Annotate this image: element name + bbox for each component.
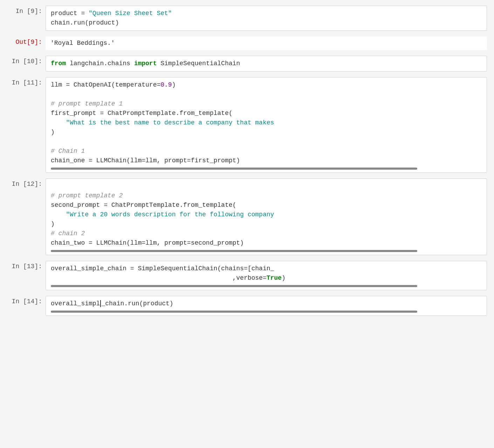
code-line: llm = ChatOpenAI(temperature=0.9) [51,80,482,90]
code-token: langchain.chains [66,60,134,67]
cell-out9: Out[9]:'Royal Beddings.' [0,34,494,52]
cell-label-in9: In [9]: [0,6,46,31]
code-line: overall_simpl_chain.run(product) [51,299,482,308]
code-token: ) [51,129,55,136]
code-line [51,90,482,99]
scrollbar-in14[interactable] [51,311,417,313]
cell-in14: In [14]:overall_simpl_chain.run(product) [0,294,494,318]
code-token: 0.9 [160,81,172,88]
code-token: _chain.run(product) [101,300,173,307]
code-token: chain_two = LLMChain(llm=llm, prompt=sec… [51,239,244,246]
code-token: ) [282,274,286,281]
cell-content-in12[interactable]: # prompt template 2second_prompt = ChatP… [46,178,487,255]
code-token [51,119,66,126]
code-token: chain_one = LLMChain(llm=llm, prompt=fir… [51,157,240,164]
code-line: chain_one = LLMChain(llm=llm, prompt=fir… [51,156,482,165]
code-line: product = "Queen Size Sheet Set" [51,9,482,18]
cell-label-in10: In [10]: [0,56,46,72]
code-line [51,182,482,191]
cell-label-in11: In [11]: [0,77,46,173]
code-token: ) [172,81,176,88]
code-token: overall_simpl [51,300,100,307]
code-line: 'Royal Beddings.' [50,39,482,48]
cell-in12: In [12]: # prompt template 2second_promp… [0,176,494,257]
code-line: "Write a 20 words description for the fo… [51,210,482,219]
code-block-in9: product = "Queen Size Sheet Set"chain.ru… [51,9,482,28]
code-token: # prompt template 2 [51,192,123,199]
code-line [51,137,482,147]
cell-label-in13: In [13]: [0,261,46,290]
code-token: second_prompt = ChatPromptTemplate.from_… [51,202,236,209]
cell-content-in9[interactable]: product = "Queen Size Sheet Set"chain.ru… [46,6,487,31]
code-block-in11: llm = ChatOpenAI(temperature=0.9) # prom… [51,80,482,165]
code-line: ) [51,219,482,229]
code-token: # prompt template 1 [51,100,123,107]
code-token: overall_simple_chain = SimpleSequentialC… [51,265,274,272]
cell-label-in14: In [14]: [0,296,46,316]
cell-content-in10[interactable]: from langchain.chains import SimpleSeque… [46,56,487,72]
scrollbar-in13[interactable] [51,285,417,287]
code-token [51,211,66,218]
cell-in11: In [11]:llm = ChatOpenAI(temperature=0.9… [0,75,494,175]
cell-content-in14[interactable]: overall_simpl_chain.run(product) [46,296,487,316]
code-token: "What is the best name to describe a com… [66,119,274,126]
code-token: # Chain 1 [51,148,85,155]
code-line: # Chain 1 [51,147,482,156]
code-token: # chain 2 [51,230,85,237]
code-line: ) [51,128,482,137]
code-block-in10: from langchain.chains import SimpleSeque… [51,59,482,68]
code-line: chain_two = LLMChain(llm=llm, prompt=sec… [51,238,482,248]
code-block-in14: overall_simpl_chain.run(product) [51,299,482,308]
notebook: In [9]:product = "Queen Size Sheet Set"c… [0,0,494,448]
cell-label-in12: In [12]: [0,178,46,255]
cell-content-in13[interactable]: overall_simple_chain = SimpleSequentialC… [46,261,487,290]
code-line: overall_simple_chain = SimpleSequentialC… [51,264,482,273]
cell-in13: In [13]:overall_simple_chain = SimpleSeq… [0,259,494,292]
code-token: "Queen Size Sheet Set" [89,10,172,17]
code-block-in12: # prompt template 2second_prompt = ChatP… [51,182,482,248]
code-token: ) [51,220,55,228]
code-token: from [51,60,66,67]
code-block-in13: overall_simple_chain = SimpleSequentialC… [51,264,482,283]
code-token: import [134,60,157,67]
code-block-out9: 'Royal Beddings.' [50,39,482,48]
code-line: from langchain.chains import SimpleSeque… [51,59,482,68]
cell-in10: In [10]:from langchain.chains import Sim… [0,54,494,74]
code-token: ,verbose= [51,274,267,281]
code-line: # prompt template 1 [51,99,482,109]
code-token: chain.run(product) [51,19,119,26]
scrollbar-in11[interactable] [51,168,417,170]
code-line: chain.run(product) [51,18,482,28]
code-token: 'Royal Beddings.' [50,40,115,47]
cell-label-out9: Out[9]: [0,36,46,50]
code-line: first_prompt = ChatPromptTemplate.from_t… [51,109,482,118]
code-line: # prompt template 2 [51,191,482,201]
code-token: llm = ChatOpenAI(temperature= [51,81,160,88]
code-line: second_prompt = ChatPromptTemplate.from_… [51,201,482,210]
cell-in9: In [9]:product = "Queen Size Sheet Set"c… [0,4,494,33]
code-token: SimpleSequentialChain [157,60,240,67]
cell-content-out9: 'Royal Beddings.' [46,36,487,50]
code-line: ,verbose=True) [51,273,482,283]
code-token: "Write a 20 words description for the fo… [66,211,274,218]
scrollbar-in12[interactable] [51,250,417,252]
cell-content-in11[interactable]: llm = ChatOpenAI(temperature=0.9) # prom… [46,77,487,173]
code-token: product = [51,10,89,17]
code-token: True [267,274,282,281]
code-line: "What is the best name to describe a com… [51,118,482,128]
code-token: first_prompt = ChatPromptTemplate.from_t… [51,110,232,117]
code-line: # chain 2 [51,229,482,238]
